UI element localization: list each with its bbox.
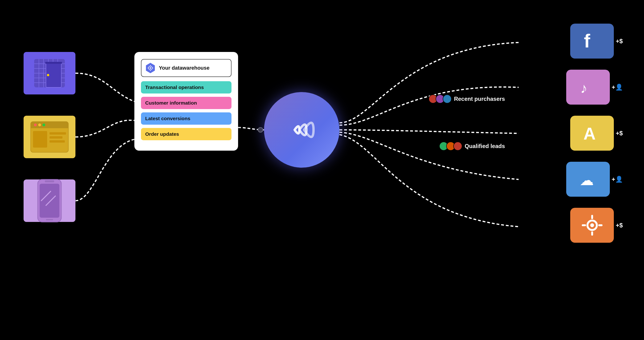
svg-rect-23 [33, 131, 47, 147]
datawarehouse-box: Your datawarehouse Transactional operati… [134, 52, 238, 151]
svg-rect-19 [31, 126, 68, 128]
hubspot-badges: +$ [616, 222, 623, 229]
source-mobile [24, 180, 76, 222]
dest-facebook-wrapper: f +$ [570, 24, 623, 59]
svg-rect-24 [50, 132, 66, 135]
salesforce-badge-user: +👤 [612, 176, 623, 183]
svg-rect-28 [40, 184, 60, 218]
svg-rect-29 [45, 180, 54, 182]
central-hub [264, 92, 340, 168]
svg-text:f: f [584, 31, 590, 52]
svg-text:☁: ☁ [580, 172, 594, 188]
dest-google: A [570, 116, 614, 151]
svg-point-2 [258, 127, 263, 132]
dw-hex-icon [145, 63, 156, 73]
tiktok-badge-user: +👤 [612, 84, 623, 91]
dest-hubspot [570, 208, 614, 243]
tag-transactional: Transactional operations [141, 81, 232, 93]
source-door [24, 52, 76, 94]
diagram-container: Your datawarehouse Transactional operati… [0, 0, 644, 340]
svg-rect-26 [50, 140, 65, 143]
dest-google-wrapper: A +$ [570, 116, 623, 151]
facebook-badge-money: +$ [616, 38, 623, 45]
svg-point-40 [590, 223, 594, 227]
svg-rect-16 [45, 62, 62, 64]
dest-salesforce-wrapper: ☁ +👤 [566, 162, 623, 197]
svg-rect-32 [46, 219, 53, 220]
svg-point-34 [150, 67, 151, 69]
facebook-badges: +$ [616, 38, 623, 45]
hubspot-badge-money: +$ [616, 222, 623, 229]
dest-hubspot-wrapper: +$ [570, 208, 623, 243]
qualified-leads-avatars [439, 142, 462, 151]
dest-tiktok-wrapper: ♪ +👤 [566, 70, 623, 105]
google-badge-money: +$ [616, 130, 623, 137]
recent-purchasers-avatars [428, 94, 452, 103]
recent-purchasers-label: Recent purchasers [454, 96, 505, 102]
svg-point-21 [38, 123, 41, 126]
dw-title: Your datawarehouse [159, 65, 210, 71]
svg-point-15 [47, 74, 49, 76]
dw-header: Your datawarehouse [141, 59, 232, 77]
tag-customer: Customer information [141, 97, 232, 109]
salesforce-badges: +👤 [612, 176, 623, 183]
avatar-3 [443, 94, 452, 103]
audience-qualified-leads: Qualified leads [439, 142, 505, 151]
tag-orders: Order updates [141, 128, 232, 140]
tiktok-badges: +👤 [612, 84, 623, 91]
tag-conversions: Latest conversions [141, 112, 232, 125]
dest-facebook: f [570, 24, 614, 59]
dest-tiktok: ♪ [566, 70, 610, 105]
avatar-6 [453, 142, 462, 151]
svg-text:A: A [584, 124, 596, 143]
svg-rect-25 [50, 136, 62, 139]
svg-point-22 [42, 123, 45, 126]
hub-inner [280, 109, 323, 151]
svg-point-20 [34, 123, 37, 126]
source-web [24, 116, 76, 158]
audience-recent-purchasers: Recent purchasers [428, 94, 505, 103]
connections-svg [0, 0, 644, 340]
google-badges: +$ [616, 130, 623, 137]
dest-salesforce: ☁ [566, 162, 610, 197]
svg-text:♪: ♪ [580, 80, 588, 96]
qualified-leads-label: Qualified leads [464, 143, 505, 149]
